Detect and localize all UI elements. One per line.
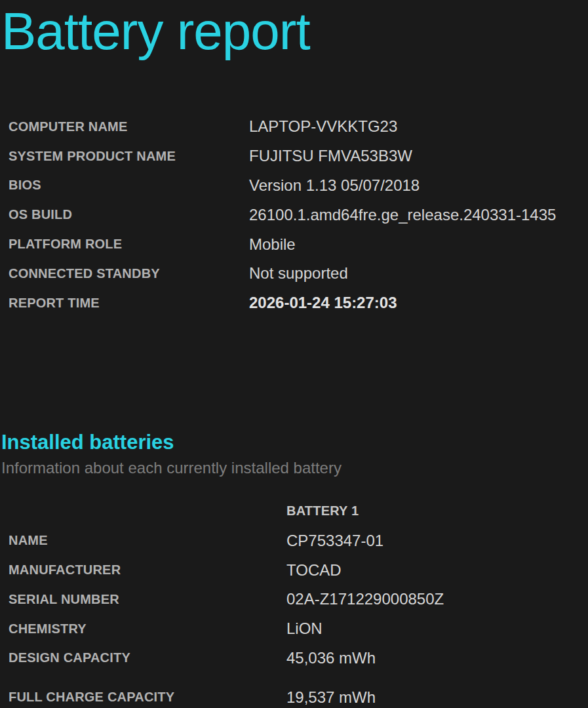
row-value: Version 1.13 05/07/2018 <box>249 176 420 195</box>
row-label: SERIAL NUMBER <box>9 592 286 607</box>
row-label: PLATFORM ROLE <box>9 237 249 252</box>
system-info-table: COMPUTER NAME LAPTOP-VVKKTG23 SYSTEM PRO… <box>0 112 588 318</box>
row-label: CHEMISTRY <box>9 621 286 637</box>
battery-column-header: BATTERY 1 <box>286 503 359 519</box>
battery-row-name: NAME CP753347-01 <box>0 526 588 555</box>
section-heading: Installed batteries <box>0 429 588 455</box>
row-label: COMPUTER NAME <box>9 119 249 134</box>
row-label: REPORT TIME <box>9 296 249 311</box>
row-value: CP753347-01 <box>286 532 383 550</box>
row-value: LAPTOP-VVKKTG23 <box>249 117 397 136</box>
system-info-row-connected-standby: CONNECTED STANDBY Not supported <box>0 259 588 288</box>
battery-table: BATTERY 1 NAME CP753347-01 MANUFACTURER … <box>0 497 588 708</box>
row-value: 26100.1.amd64fre.ge_release.240331-1435 <box>249 206 556 224</box>
row-value: Mobile <box>249 235 296 254</box>
system-info-row-os-build: OS BUILD 26100.1.amd64fre.ge_release.240… <box>0 200 588 229</box>
row-label: NAME <box>9 533 286 548</box>
row-label: OS BUILD <box>9 207 249 222</box>
battery-row-chemistry: CHEMISTRY LiON <box>0 614 588 644</box>
row-value: 19,537 mWh <box>286 688 376 707</box>
system-info-row-report-time: REPORT TIME 2026-01-24 15:27:03 <box>0 288 588 318</box>
row-value: FUJITSU FMVA53B3W <box>249 147 412 165</box>
battery-table-header-row: BATTERY 1 <box>0 497 588 526</box>
row-value: LiON <box>286 620 323 638</box>
row-label: FULL CHARGE CAPACITY <box>9 690 286 705</box>
row-label: SYSTEM PRODUCT NAME <box>9 149 249 164</box>
row-label: BIOS <box>9 178 249 193</box>
battery-row-full-charge-capacity: FULL CHARGE CAPACITY 19,537 mWh <box>0 682 588 708</box>
row-value: Not supported <box>249 264 348 283</box>
battery-row-serial-number: SERIAL NUMBER 02A-Z171229000850Z <box>0 585 588 614</box>
battery-row-design-capacity: DESIGN CAPACITY 45,036 mWh <box>0 644 588 673</box>
system-info-row-platform-role: PLATFORM ROLE Mobile <box>0 229 588 259</box>
system-info-row-computer-name: COMPUTER NAME LAPTOP-VVKKTG23 <box>0 112 588 142</box>
row-value: 02A-Z171229000850Z <box>286 590 444 608</box>
row-value: 2026-01-24 15:27:03 <box>249 294 397 312</box>
section-subtitle: Information about each currently install… <box>0 459 588 477</box>
row-value: 45,036 mWh <box>286 649 376 667</box>
row-label: CONNECTED STANDBY <box>9 266 249 281</box>
battery-report-page: Battery report COMPUTER NAME LAPTOP-VVKK… <box>0 0 588 708</box>
row-label: DESIGN CAPACITY <box>9 650 286 665</box>
system-info-row-system-product-name: SYSTEM PRODUCT NAME FUJITSU FMVA53B3W <box>0 142 588 171</box>
row-value: TOCAD <box>286 561 342 580</box>
installed-batteries-section: Installed batteries Information about ea… <box>0 429 588 708</box>
row-label: MANUFACTURER <box>9 562 286 578</box>
page-title: Battery report <box>0 0 588 63</box>
system-info-row-bios: BIOS Version 1.13 05/07/2018 <box>0 171 588 201</box>
battery-row-manufacturer: MANUFACTURER TOCAD <box>0 555 588 585</box>
